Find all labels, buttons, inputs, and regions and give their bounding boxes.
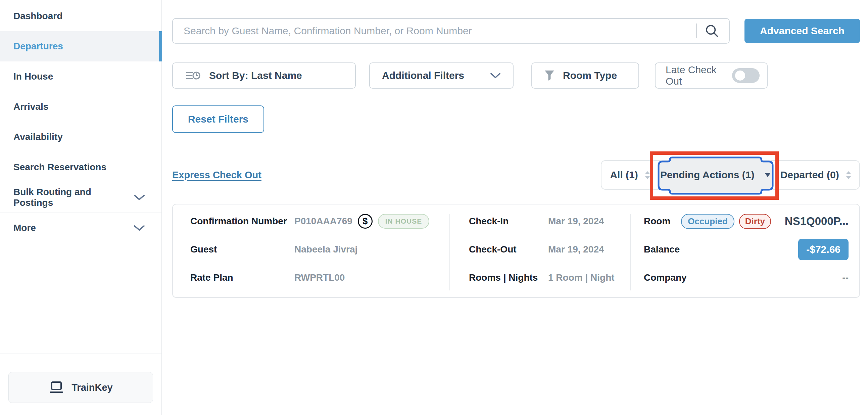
rooms-nights-row: Rooms | Nights 1 Room | Night bbox=[469, 270, 630, 286]
sidebar-item-in-house[interactable]: In House bbox=[0, 61, 161, 92]
balance-row: Balance -$72.66 bbox=[644, 241, 848, 258]
express-checkout-link[interactable]: Express Check Out bbox=[172, 170, 261, 181]
check-out-value: Mar 19, 2024 bbox=[548, 244, 604, 255]
guest-label: Guest bbox=[190, 244, 294, 255]
main-content: Advanced Search Sort By: Last Name Addit… bbox=[162, 0, 868, 415]
tab-pending-label: Pending Actions (1) bbox=[660, 169, 754, 181]
search-divider bbox=[696, 24, 697, 38]
late-checkout-label: Late Check Out bbox=[665, 64, 732, 87]
tab-all-label: All (1) bbox=[610, 169, 638, 181]
trainkey-label: TrainKey bbox=[71, 382, 113, 393]
sidebar-nav: Dashboard Departures In House Arrivals A… bbox=[0, 0, 161, 243]
sidebar-item-bulk-routing[interactable]: Bulk Routing and Postings bbox=[0, 182, 161, 212]
sidebar: Dashboard Departures In House Arrivals A… bbox=[0, 0, 162, 415]
sort-by-button[interactable]: Sort By: Last Name bbox=[172, 62, 356, 89]
check-in-label: Check-In bbox=[469, 216, 548, 227]
sort-arrows-icon bbox=[645, 171, 650, 179]
room-row: Room Occupied Dirty NS1Q000P... bbox=[644, 213, 848, 229]
company-row: Company -- bbox=[644, 270, 848, 286]
payment-dollar-icon[interactable]: $ bbox=[358, 214, 373, 229]
tab-departed[interactable]: Departed (0) bbox=[772, 161, 859, 189]
card-column-reservation: Confirmation Number P010AAA769 $ IN HOUS… bbox=[173, 205, 450, 297]
card-column-room: Room Occupied Dirty NS1Q000P... Balance … bbox=[630, 205, 859, 297]
sidebar-item-departures[interactable]: Departures bbox=[0, 31, 161, 61]
sidebar-item-search-reservations[interactable]: Search Reservations bbox=[0, 152, 161, 182]
check-in-row: Check-In Mar 19, 2024 bbox=[469, 213, 630, 229]
sidebar-item-label: Dashboard bbox=[13, 11, 62, 22]
card-column-stay: Check-In Mar 19, 2024 Check-Out Mar 19, … bbox=[450, 205, 630, 297]
check-in-value: Mar 19, 2024 bbox=[548, 216, 604, 227]
confirmation-row: Confirmation Number P010AAA769 $ IN HOUS… bbox=[190, 213, 450, 229]
sidebar-item-label: More bbox=[13, 223, 36, 233]
guest-value: Nabeela Jivraj bbox=[294, 244, 358, 255]
app-root: Dashboard Departures In House Arrivals A… bbox=[0, 0, 868, 415]
sidebar-footer: TrainKey bbox=[0, 354, 161, 415]
funnel-icon bbox=[544, 70, 555, 81]
reset-filters-button[interactable]: Reset Filters bbox=[172, 106, 264, 133]
tab-all[interactable]: All (1) bbox=[601, 161, 658, 189]
check-out-row: Check-Out Mar 19, 2024 bbox=[469, 241, 630, 258]
sort-by-time-icon bbox=[186, 70, 201, 81]
confirmation-label: Confirmation Number bbox=[190, 216, 294, 227]
sort-arrows-icon bbox=[846, 171, 851, 179]
chevron-down-icon bbox=[133, 224, 145, 232]
chevron-down-icon bbox=[133, 194, 145, 201]
sidebar-item-label: Departures bbox=[13, 41, 63, 52]
in-house-badge: IN HOUSE bbox=[378, 214, 430, 229]
room-label: Room bbox=[644, 216, 670, 227]
trainkey-button[interactable]: TrainKey bbox=[8, 372, 153, 403]
list-header-row: Express Check Out All (1) Pending Action… bbox=[172, 160, 860, 190]
guest-row: Guest Nabeela Jivraj bbox=[190, 241, 450, 258]
additional-filters-label: Additional Filters bbox=[382, 70, 464, 81]
sidebar-item-label: Bulk Routing and Postings bbox=[13, 187, 133, 208]
occupied-badge[interactable]: Occupied bbox=[681, 214, 734, 229]
sidebar-item-more[interactable]: More bbox=[0, 213, 161, 243]
rooms-nights-label: Rooms | Nights bbox=[469, 272, 548, 283]
company-value: -- bbox=[842, 272, 848, 283]
sidebar-item-label: Availability bbox=[13, 131, 63, 142]
filter-row: Sort By: Last Name Additional Filters Ro… bbox=[172, 62, 860, 89]
sidebar-item-label: In House bbox=[13, 71, 53, 82]
laptop-icon bbox=[49, 381, 64, 394]
tab-departed-label: Departed (0) bbox=[780, 169, 839, 181]
search-input[interactable] bbox=[172, 18, 730, 43]
balance-label: Balance bbox=[644, 244, 680, 255]
sidebar-item-availability[interactable]: Availability bbox=[0, 122, 161, 152]
chevron-down-icon bbox=[490, 72, 501, 79]
search-input-wrapper bbox=[172, 18, 730, 43]
rate-plan-label: Rate Plan bbox=[190, 272, 294, 283]
sidebar-item-label: Arrivals bbox=[13, 101, 48, 112]
sidebar-item-label: Search Reservations bbox=[13, 162, 106, 173]
dirty-badge[interactable]: Dirty bbox=[739, 214, 771, 229]
room-type-label: Room Type bbox=[563, 70, 617, 81]
room-type-filter-button[interactable]: Room Type bbox=[531, 62, 639, 89]
additional-filters-dropdown[interactable]: Additional Filters bbox=[369, 62, 514, 89]
check-out-label: Check-Out bbox=[469, 244, 548, 255]
sidebar-item-arrivals[interactable]: Arrivals bbox=[0, 92, 161, 122]
advanced-search-button[interactable]: Advanced Search bbox=[744, 19, 860, 43]
company-label: Company bbox=[644, 272, 687, 283]
confirmation-value[interactable]: P010AAA769 bbox=[294, 216, 352, 227]
tab-pending-actions[interactable]: Pending Actions (1) bbox=[658, 161, 772, 189]
room-number-value[interactable]: NS1Q000P... bbox=[785, 215, 848, 228]
late-checkout-toggle[interactable] bbox=[732, 68, 760, 83]
rate-plan-value: RWPRTL00 bbox=[294, 272, 345, 283]
search-icon[interactable] bbox=[704, 23, 720, 40]
sidebar-item-dashboard[interactable]: Dashboard bbox=[0, 1, 161, 31]
dropdown-triangle-icon bbox=[765, 173, 771, 177]
rooms-nights-value: 1 Room | Night bbox=[548, 272, 615, 283]
balance-button[interactable]: -$72.66 bbox=[798, 239, 848, 260]
search-row: Advanced Search bbox=[172, 18, 860, 43]
status-tabs: All (1) Pending Actions (1) Departed (0) bbox=[601, 160, 860, 190]
reservation-card: Confirmation Number P010AAA769 $ IN HOUS… bbox=[172, 204, 860, 298]
sort-by-label: Sort By: Last Name bbox=[209, 70, 302, 81]
late-checkout-filter: Late Check Out bbox=[655, 62, 768, 89]
rate-plan-row: Rate Plan RWPRTL00 bbox=[190, 270, 450, 286]
toggle-knob bbox=[735, 70, 745, 81]
